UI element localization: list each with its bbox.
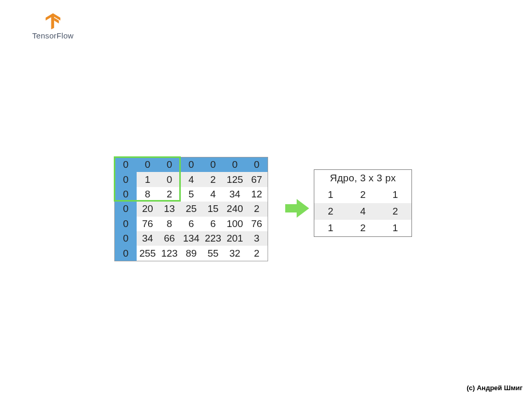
matrix-cell: 2 [246, 246, 268, 260]
matrix-cell: 2 [158, 187, 180, 202]
arrow-right-icon [285, 198, 309, 219]
matrix-cell: 76 [137, 217, 158, 231]
matrix-cell: 3 [246, 231, 268, 246]
matrix-cell: 223 [202, 231, 224, 246]
matrix-cell: 25 [180, 202, 202, 216]
matrix-cell: 8 [158, 217, 180, 231]
kernel-cell: 1 [314, 220, 347, 236]
matrix-cell: 0 [115, 231, 137, 246]
matrix-cell: 55 [202, 246, 224, 260]
matrix-cell: 0 [115, 246, 137, 260]
kernel-title: Ядро, 3 x 3 px [314, 170, 411, 187]
matrix-cell: 5 [180, 187, 202, 202]
matrix-cell: 100 [224, 217, 246, 231]
matrix-cell: 134 [180, 231, 202, 246]
matrix-cell: 8 [137, 187, 158, 202]
matrix-cell: 67 [246, 172, 268, 187]
matrix-cell: 0 [158, 157, 180, 172]
matrix-cell: 0 [202, 157, 224, 172]
svg-marker-4 [285, 199, 309, 218]
matrix-cell: 89 [180, 246, 202, 260]
kernel-cell: 2 [347, 187, 379, 203]
matrix-cell: 0 [137, 157, 158, 172]
kernel-cell: 2 [379, 203, 411, 220]
kernel-table: Ядро, 3 x 3 px 121242121 [314, 169, 412, 237]
brand-name: TensorFlow [32, 31, 74, 40]
matrix-cell: 4 [180, 172, 202, 187]
kernel-cell: 2 [347, 220, 379, 236]
matrix-cell: 6 [202, 217, 224, 231]
matrix-cell: 0 [158, 172, 180, 187]
matrix-cell: 0 [246, 157, 268, 172]
matrix-cell: 0 [224, 157, 246, 172]
matrix-cell: 4 [202, 187, 224, 202]
tensorflow-logo: TensorFlow [32, 12, 74, 40]
matrix-cell: 123 [158, 246, 180, 260]
matrix-cell: 66 [158, 231, 180, 246]
matrix-cell: 0 [115, 217, 137, 231]
matrix-cell: 32 [224, 246, 246, 260]
matrix-cell: 34 [224, 187, 246, 202]
matrix-cell: 12 [246, 187, 268, 202]
matrix-cell: 0 [180, 157, 202, 172]
matrix-cell: 13 [158, 202, 180, 216]
matrix-cell: 15 [202, 202, 224, 216]
matrix-cell: 6 [180, 217, 202, 231]
svg-marker-2 [51, 15, 54, 30]
matrix-cell: 2 [202, 172, 224, 187]
kernel-cell: 4 [347, 203, 379, 220]
matrix-cell: 240 [224, 202, 246, 216]
matrix-cell: 34 [137, 231, 158, 246]
credit-text: (c) Андрей Шмиг [467, 384, 523, 392]
matrix-cell: 201 [224, 231, 246, 246]
matrix-cell: 255 [137, 246, 158, 260]
matrix-cell: 0 [115, 157, 137, 172]
kernel-cell: 1 [379, 220, 411, 236]
tensorflow-icon [44, 12, 62, 30]
matrix-cell: 0 [115, 172, 137, 187]
matrix-cell: 2 [246, 202, 268, 216]
kernel-cell: 1 [314, 187, 347, 203]
kernel-cell: 2 [314, 203, 347, 220]
matrix-cell: 76 [246, 217, 268, 231]
matrix-cell: 0 [115, 202, 137, 216]
input-matrix: 0000000010421256708254341202013251524020… [114, 157, 268, 261]
matrix-cell: 0 [115, 187, 137, 202]
kernel-cell: 1 [379, 187, 411, 203]
matrix-cell: 125 [224, 172, 246, 187]
matrix-cell: 20 [137, 202, 158, 216]
matrix-cell: 1 [137, 172, 158, 187]
